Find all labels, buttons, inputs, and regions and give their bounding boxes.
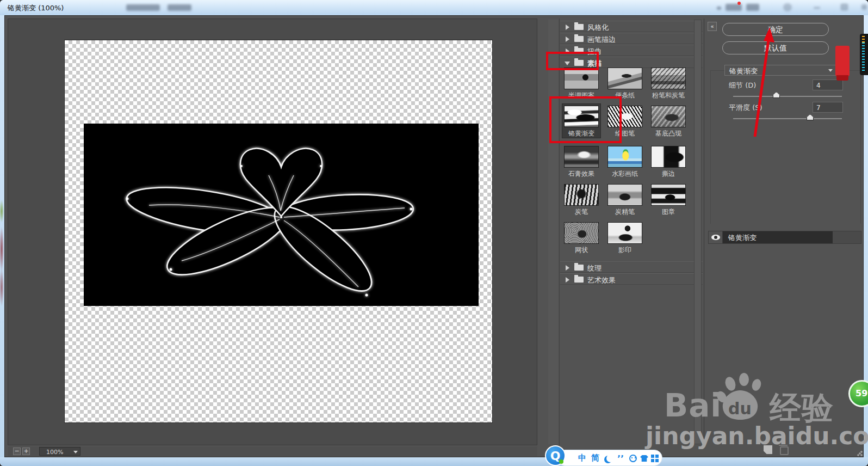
chevron-down-icon <box>73 451 78 453</box>
canvas-transparency-checkerboard <box>64 40 493 423</box>
ime-moon-icon[interactable] <box>606 455 614 462</box>
zoom-bar: − + 100% <box>8 446 537 456</box>
zoom-level-value: 100% <box>46 449 63 456</box>
filter-thumb-water-paper[interactable] <box>607 146 642 168</box>
filter-thumb-bas-relief[interactable] <box>651 106 686 127</box>
filter-thumb-chalk-charcoal[interactable] <box>651 68 686 89</box>
watermark-bai: Bai <box>664 387 722 424</box>
window-left-border <box>0 15 4 457</box>
filter-thumb-notepaper[interactable] <box>607 68 642 89</box>
blurred-text <box>168 4 191 11</box>
annotation-rect-sketch-category <box>546 52 599 70</box>
collapse-panel-button[interactable]: « <box>708 22 717 31</box>
filter-category-list: 风格化 画笔描边 扭曲 素描 半调图案 便条纸 粉笔和炭笔 铬黄渐变 绘图笔 <box>560 19 703 445</box>
window-bottom-border <box>0 457 868 466</box>
collapsed-arrow-icon <box>566 277 569 283</box>
blurred-overlay-icon <box>746 4 759 11</box>
minimize-icon[interactable] <box>814 7 820 9</box>
folder-icon <box>574 277 584 283</box>
divider <box>559 19 560 445</box>
filter-list-scrollbar[interactable] <box>694 20 702 444</box>
blurred-overlay-icon <box>717 7 721 10</box>
category-artistic[interactable]: 艺术效果 <box>560 273 703 285</box>
red-packet-sticker[interactable] <box>835 46 850 76</box>
folder-icon <box>574 265 584 271</box>
filter-thumb-halftone[interactable] <box>564 68 599 89</box>
collapsed-arrow-icon <box>566 36 569 42</box>
filter-thumb-conte-crayon[interactable] <box>607 184 642 206</box>
category-texture[interactable]: 纹理 <box>560 261 703 273</box>
filter-thumb-charcoal[interactable] <box>564 184 599 206</box>
ime-skin-icon[interactable] <box>640 455 648 462</box>
baidu-paw-icon: du <box>714 372 766 426</box>
ime-toolbar[interactable]: 中 简 ’’ <box>557 450 662 466</box>
close-icon[interactable] <box>861 4 867 10</box>
settings-groupbox <box>710 70 861 224</box>
filter-thumb-photocopy[interactable] <box>607 222 642 244</box>
chevron-down-icon <box>828 69 833 72</box>
effect-layer-row[interactable]: 铬黄渐变 <box>709 231 833 243</box>
ime-punctuation-icon[interactable]: ’’ <box>617 453 624 464</box>
notification-dot <box>737 2 741 5</box>
ime-lang-chinese[interactable]: 中 <box>578 453 586 463</box>
zoom-level-dropdown[interactable]: 100% <box>39 447 80 456</box>
watermark-url: jingyan.baidu.com <box>646 422 868 450</box>
folder-icon <box>574 24 584 30</box>
effect-layer-name: 铬黄渐变 <box>728 233 757 243</box>
collapsed-arrow-icon <box>566 265 569 271</box>
zoom-out-button[interactable]: − <box>13 447 21 455</box>
filtered-image <box>84 124 479 306</box>
annotation-rect-chrome-filter <box>549 96 622 143</box>
eye-icon <box>711 235 720 240</box>
ime-simplified[interactable]: 简 <box>591 453 599 463</box>
blurred-text <box>126 4 160 11</box>
ime-emoji-icon[interactable] <box>629 455 637 462</box>
category-brushstrokes[interactable]: 画笔描边 <box>560 33 703 44</box>
preview-scrollbar[interactable] <box>548 20 558 444</box>
annotation-arrow-to-ok <box>743 25 781 142</box>
zoom-in-button[interactable]: + <box>22 447 30 455</box>
blurred-overlay-icon <box>783 3 792 11</box>
visibility-cell[interactable] <box>709 231 723 243</box>
side-indicator-widget <box>860 34 868 75</box>
title-bar: 铬黄渐变 (100%) <box>0 0 868 15</box>
divider <box>704 19 704 445</box>
smoothness-value-input[interactable]: 7 <box>813 102 843 113</box>
window-title: 铬黄渐变 (100%) <box>8 3 64 13</box>
ime-menu-grid-icon[interactable] <box>651 455 659 462</box>
chrome-flower-graphic <box>84 124 479 306</box>
ime-logo-icon[interactable]: Q <box>545 445 566 466</box>
filter-thumb-reticulation[interactable] <box>564 222 599 244</box>
photoshop-filter-gallery-window: 铬黄渐变 (100%) <box>0 0 868 466</box>
collapsed-arrow-icon <box>566 24 569 30</box>
resize-grip-icon[interactable] <box>857 451 863 456</box>
filter-thumb-plaster[interactable] <box>564 146 599 168</box>
category-stylize[interactable]: 风格化 <box>560 21 703 32</box>
detail-value-input[interactable]: 4 <box>813 79 843 90</box>
filter-thumb-stamp[interactable] <box>651 184 686 206</box>
filter-thumb-torn-edges[interactable] <box>651 146 686 168</box>
preview-pane <box>8 19 537 445</box>
maximize-icon[interactable] <box>841 4 848 10</box>
folder-icon <box>574 36 584 42</box>
svg-text:du: du <box>728 399 752 418</box>
